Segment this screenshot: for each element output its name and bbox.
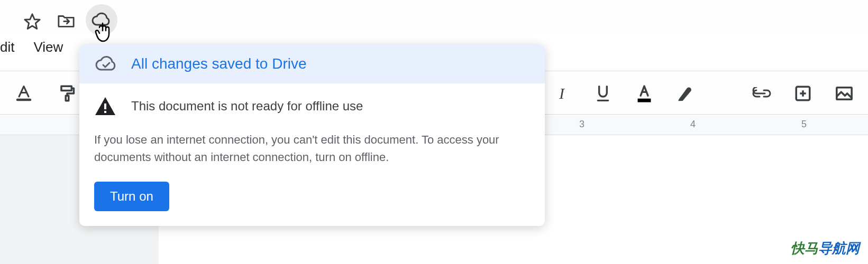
ruler-mark-4: 4 (690, 119, 696, 130)
font-color-button[interactable] (633, 82, 655, 105)
svg-marker-0 (25, 14, 40, 29)
popup-header: All changes saved to Drive (79, 44, 545, 83)
image-icon[interactable] (833, 82, 855, 105)
ruler-mark-5: 5 (801, 119, 807, 130)
offline-warning-row: This document is not ready for offline u… (94, 96, 530, 116)
link-icon[interactable] (751, 82, 773, 105)
highlight-button[interactable] (674, 82, 697, 105)
pointer-cursor-icon (94, 22, 113, 43)
paint-format-icon[interactable] (56, 82, 78, 105)
watermark: 快马导航网 (791, 239, 860, 258)
cloud-status-popup: All changes saved to Drive This document… (79, 44, 545, 226)
svg-rect-6 (104, 111, 106, 113)
text-color-icon[interactable] (13, 82, 35, 105)
menu-edit[interactable]: dit (0, 39, 24, 55)
underline-button[interactable] (592, 82, 614, 105)
italic-button[interactable]: I (551, 82, 573, 105)
move-to-folder-icon[interactable] (57, 13, 75, 29)
comment-icon[interactable] (792, 82, 814, 105)
star-icon[interactable] (23, 13, 41, 31)
svg-rect-5 (104, 103, 106, 109)
menu-view[interactable]: View (24, 39, 72, 55)
watermark-part-2: 导航网 (818, 240, 860, 256)
cloud-check-icon (94, 55, 118, 73)
menu-bar: dit View (0, 35, 72, 59)
offline-warning-text: This document is not ready for offline u… (131, 99, 363, 114)
watermark-part-1: 快马 (791, 240, 818, 256)
turn-on-offline-button[interactable]: Turn on (94, 182, 169, 211)
ruler-mark-3: 3 (579, 119, 584, 130)
svg-rect-1 (638, 99, 651, 102)
popup-title: All changes saved to Drive (131, 55, 307, 72)
title-bar-area (0, 0, 868, 34)
warning-icon (94, 96, 116, 116)
svg-rect-2 (678, 101, 693, 102)
offline-description: If you lose an internet connection, you … (94, 131, 530, 166)
